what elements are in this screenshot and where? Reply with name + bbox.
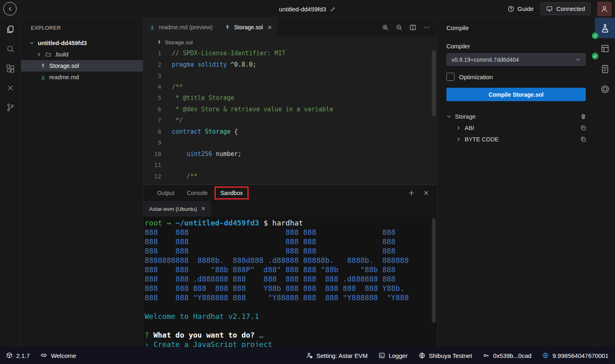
guide-label: Guide <box>518 5 534 12</box>
x-icon <box>6 83 15 93</box>
status-item-logger[interactable]: Logger <box>378 352 408 359</box>
code-line: 3 <box>143 70 437 82</box>
terminal-line: 888 888 888 888 888 Y88b 888 888 888 888… <box>145 284 437 293</box>
terminal-tab-astar-evm[interactable]: Astar-evm (Ubuntu) × <box>143 201 211 217</box>
activity-item-source-control[interactable] <box>0 98 21 117</box>
status-item-shibuya-testnet[interactable]: Shibuya Testnet <box>418 352 472 359</box>
compile-tree-storage[interactable]: Storage <box>437 111 595 122</box>
plugin-item-compile[interactable] <box>595 18 615 38</box>
terminal-scrollbar[interactable] <box>432 218 436 323</box>
tree-item-build[interactable]: .build <box>21 49 143 60</box>
status-item-welcome[interactable]: Welcome <box>40 352 76 359</box>
tree-root-label: untitled-dd459fd3 <box>38 40 87 46</box>
code-line: 10 uint256 number; <box>143 149 437 160</box>
terminal-tab-close-icon[interactable]: × <box>201 206 205 212</box>
question-circle-icon <box>507 5 515 13</box>
status-item-label: 2.1.7 <box>16 352 30 359</box>
plugin-item-deploy-interact[interactable] <box>595 38 615 58</box>
activity-item-search[interactable] <box>0 39 21 58</box>
compile-result-tree: StorageABIBYTE CODE <box>437 111 595 145</box>
copy-icon[interactable] <box>580 136 587 143</box>
guide-button[interactable]: Guide <box>507 5 534 13</box>
terminal-line: root → ~/untitled-dd459fd3 $ hardhat <box>145 218 437 228</box>
editor-tabbar: readme.md (preview)Storage.sol× <box>143 18 437 37</box>
edit-pencil-icon[interactable] <box>330 6 336 12</box>
terminal-line <box>145 321 437 330</box>
terminal-line <box>145 302 437 312</box>
deploy-icon <box>600 43 610 54</box>
breadcrumb-label: Storage.sol <box>165 39 193 46</box>
status-item-label: Logger <box>389 352 408 359</box>
connected-button[interactable]: Connected <box>540 2 591 15</box>
compile-button[interactable]: Compile Storage.sol <box>446 88 586 101</box>
code-line: 9 <box>143 137 437 149</box>
compile-tree-byte-code[interactable]: BYTE CODE <box>437 134 595 145</box>
status-item-setting-astar-evm[interactable]: Setting: Astar EVM <box>306 352 368 359</box>
solidity-icon <box>156 39 162 45</box>
tree-root-folder[interactable]: untitled-dd459fd3 <box>21 37 143 49</box>
files-icon <box>6 25 15 34</box>
optimization-label: Optimization <box>459 74 493 80</box>
terminal[interactable]: root → ~/untitled-dd459fd3 $ hardhat888 … <box>143 217 437 347</box>
terminal-line: 888 888 .d888888 888 888 888 888 888 .d8… <box>145 274 437 284</box>
bottom-panel: OutputConsoleSandbox Astar-evm (Ubuntu) … <box>143 184 437 347</box>
code-text <box>172 70 175 82</box>
code-line: 8contract Storage { <box>143 126 437 138</box>
markdown-icon <box>40 74 46 80</box>
explorer-sidebar: EXPLORER untitled-dd459fd3.buildStorage.… <box>21 18 143 347</box>
panel-tab-sandbox-highlighted[interactable]: Sandbox <box>214 186 248 199</box>
split-editor-icon[interactable] <box>409 24 417 31</box>
status-item-9-998564047670001[interactable]: 9.998564047670001 <box>542 352 609 359</box>
panel-tab-console[interactable]: Console <box>181 186 213 199</box>
compile-tree-abi[interactable]: ABI <box>437 122 595 134</box>
terminal-line: 888 888 "Y888888 888 "Y88888 888 888 "Y8… <box>145 293 437 302</box>
editor-scrollbar[interactable] <box>432 50 436 116</box>
editor-tab-storage-sol[interactable]: Storage.sol× <box>219 18 278 37</box>
breadcrumb[interactable]: Storage.sol <box>143 37 437 48</box>
compiler-version-select[interactable]: v0.8.19+commit.7dd6d404 <box>446 53 586 66</box>
avatar[interactable] <box>597 2 612 16</box>
panel-tabs: OutputConsoleSandbox <box>152 186 249 199</box>
editor-tab-readme-md-preview[interactable]: readme.md (preview) <box>143 18 219 37</box>
code-editor[interactable]: 1// SPDX-License-Identifier: MIT2pragma … <box>143 48 437 184</box>
more-icon[interactable] <box>423 24 431 31</box>
activity-item-close[interactable] <box>0 78 21 98</box>
line-number: 12 <box>143 171 172 182</box>
chevron-right-icon <box>36 51 42 58</box>
panel-tab-output[interactable]: Output <box>152 186 180 199</box>
tree-item-readme-md[interactable]: readme.md <box>21 72 143 83</box>
back-button[interactable] <box>3 2 17 15</box>
line-number: 2 <box>143 59 172 71</box>
plugin-item-ai-assistant[interactable] <box>595 79 615 99</box>
status-item-2-1-7[interactable]: 2.1.7 <box>6 352 30 359</box>
activity-item-extensions[interactable] <box>0 58 21 78</box>
clipboard-icon <box>600 64 610 74</box>
status-item-0x539b-0cad[interactable]: 0x539b...0cad <box>483 352 531 359</box>
zoom-out-icon[interactable] <box>395 24 403 31</box>
search-icon <box>6 44 15 54</box>
activity-item-explorer[interactable] <box>0 20 21 39</box>
tab-close-icon[interactable]: × <box>268 24 272 31</box>
line-number: 8 <box>143 126 172 138</box>
line-number: 5 <box>143 93 172 104</box>
line-number: 10 <box>143 149 172 160</box>
line-number: 11 <box>143 160 172 171</box>
compile-panel: Compile Compiler v0.8.19+commit.7dd6d404… <box>437 18 595 347</box>
key-icon <box>483 352 490 359</box>
terminal-tabbar: Astar-evm (Ubuntu) × <box>143 201 437 217</box>
status-check-badge <box>592 53 598 59</box>
trash-icon[interactable] <box>580 113 587 120</box>
plus-icon[interactable] <box>408 189 415 197</box>
tree-item-storage-sol[interactable]: Storage.sol <box>21 60 143 72</box>
chevron-right-icon <box>455 136 462 143</box>
close-icon[interactable] <box>422 189 430 197</box>
panel-header: OutputConsoleSandbox <box>143 185 437 201</box>
plugin-item-query[interactable] <box>595 58 615 79</box>
editor-tab-label: readme.md (preview) <box>159 24 212 30</box>
copy-icon[interactable] <box>580 125 587 131</box>
optimization-checkbox[interactable] <box>446 73 455 81</box>
zoom-in-icon[interactable] <box>381 24 389 31</box>
compiler-label: Compiler <box>446 43 586 50</box>
compile-panel-title: Compile <box>437 18 595 37</box>
topbar-right: Guide Connected <box>507 2 615 16</box>
